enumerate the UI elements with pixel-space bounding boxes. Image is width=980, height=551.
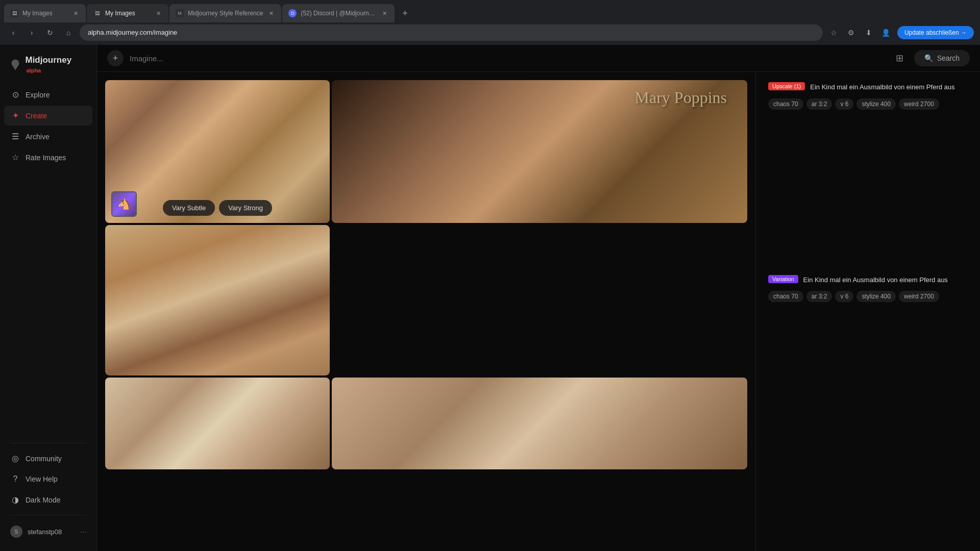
param-ar: ar 3:2 [806, 98, 832, 110]
tab-1-favicon: 🖼 [10, 9, 18, 17]
forward-button[interactable]: › [24, 26, 39, 40]
tab-3-close[interactable]: ✕ [267, 9, 275, 17]
param-v-2: v 6 [835, 291, 853, 302]
tab-4[interactable]: D (52) Discord | @Midjourney Bot ✕ [282, 4, 395, 22]
home-button[interactable]: ⌂ [61, 26, 76, 40]
explore-icon: ⊙ [10, 90, 20, 99]
prompt-section-2: Variation Ein Kind mal ein Ausmalbild vo… [768, 275, 968, 303]
address-bar-row: ‹ › ↻ ⌂ alpha.midjourney.com/imagine ☆ ⚙… [0, 22, 980, 45]
vary-strong-button[interactable]: Vary Strong [219, 200, 272, 216]
image-row-1: 🐴 Vary Subtle Vary Strong Mary Poppins [105, 80, 747, 223]
back-button[interactable]: ‹ [6, 26, 20, 40]
sidebar-item-dark-mode[interactable]: ◑ Dark Mode [4, 490, 92, 510]
sidebar-bottom: ◎ Community ? View Help ◑ Dark Mode S st… [0, 439, 96, 543]
download-icon[interactable]: ⬇ [862, 26, 876, 40]
sidebar-archive-label: Archive [26, 133, 50, 141]
address-bar[interactable]: alpha.midjourney.com/imagine [80, 24, 823, 41]
vary-subtle-button[interactable]: Vary Subtle [163, 200, 215, 216]
top-bar: + ⊞ 🔍 Search [97, 45, 980, 72]
tab-4-close[interactable]: ✕ [380, 9, 388, 17]
tab-1-close[interactable]: ✕ [71, 9, 80, 17]
bookmark-icon[interactable]: ☆ [827, 26, 841, 40]
param-weird: weird 2700 [899, 98, 939, 110]
sidebar-nav: ⊙ Explore ✦ Create ☰ Archive ☆ Rate Imag… [0, 85, 96, 262]
params-row-1: chaos 70 ar 3:2 v 6 stylize 400 weird 27… [768, 98, 968, 110]
sidebar-community-label: Community [26, 455, 62, 463]
image-card-bottom-left[interactable] [105, 378, 330, 469]
profile-icon[interactable]: 👤 [879, 26, 893, 40]
sidebar-item-archive[interactable]: ☰ Archive [4, 127, 92, 146]
image-row-3 [105, 378, 747, 469]
browser-chrome: 🖼 My Images ✕ 🖼 My Images ✕ M Midjourney… [0, 0, 980, 45]
tab-3-favicon: M [176, 9, 184, 17]
tab-4-title: (52) Discord | @Midjourney Bot [301, 10, 376, 17]
param-v: v 6 [835, 98, 853, 110]
user-name: stefanstp08 [28, 528, 75, 536]
imagine-input[interactable] [130, 54, 886, 63]
sidebar-divider [10, 443, 86, 443]
update-button[interactable]: Update abschließen → [897, 26, 974, 39]
sidebar-help-label: View Help [26, 475, 58, 483]
param-stylize: stylize 400 [856, 98, 896, 110]
prompt-text-1: Ein Kind mal ein Ausmalbild von einem Pf… [810, 82, 968, 92]
param-ar-2: ar 3:2 [806, 291, 832, 302]
extensions-icon[interactable]: ⚙ [844, 26, 859, 40]
param-chaos: chaos 70 [768, 98, 803, 110]
tab-2-title: My Images [105, 10, 150, 17]
prompt-header-1: Upscale (1) Ein Kind mal ein Ausmalbild … [768, 82, 968, 92]
search-button[interactable]: 🔍 Search [914, 50, 970, 66]
param-weird-2: weird 2700 [899, 291, 939, 302]
tab-4-favicon: D [288, 9, 297, 17]
right-panel: Upscale (1) Ein Kind mal ein Ausmalbild … [755, 72, 980, 551]
logo-icon [8, 58, 22, 72]
rate-images-icon: ☆ [10, 153, 20, 162]
tab-2[interactable]: 🖼 My Images ✕ [87, 4, 168, 22]
image-grid: 🐴 Vary Subtle Vary Strong Mary Poppins [97, 72, 755, 551]
toolbar-icons: ☆ ⚙ ⬇ 👤 [827, 26, 893, 40]
tab-3[interactable]: M Midjourney Style Reference ✕ [169, 4, 281, 22]
mary-poppins-text: Mary Poppins [635, 88, 727, 107]
sidebar-item-explore[interactable]: ⊙ Explore [4, 85, 92, 105]
main-content: 🐴 Vary Subtle Vary Strong Mary Poppins [97, 72, 980, 551]
dark-mode-icon: ◑ [10, 495, 20, 505]
logo-area: Midjourney alpha [0, 53, 96, 85]
prompt-section-1: Upscale (1) Ein Kind mal ein Ausmalbild … [768, 82, 968, 110]
search-icon: 🔍 [924, 54, 933, 62]
image-card-mary-poppins[interactable]: Mary Poppins [332, 80, 747, 223]
imagine-input-area [130, 54, 886, 63]
sidebar-item-create[interactable]: ✦ Create [4, 106, 92, 126]
community-icon: ◎ [10, 454, 20, 463]
sidebar-item-view-help[interactable]: ? View Help [4, 469, 92, 489]
sidebar-dark-mode-label: Dark Mode [26, 496, 60, 504]
thumb-horse-icon: 🐴 [112, 192, 136, 216]
source-thumbnail: 🐴 [111, 191, 137, 217]
user-more-icon[interactable]: ··· [80, 528, 86, 536]
app-body: + ⊞ 🔍 Search 🐴 [97, 45, 980, 551]
tab-1[interactable]: 🖼 My Images ✕ [4, 4, 86, 22]
sidebar: Midjourney alpha ⊙ Explore ✦ Create ☰ Ar… [0, 45, 97, 551]
reload-button[interactable]: ↻ [43, 26, 57, 40]
app-container: Midjourney alpha ⊙ Explore ✦ Create ☰ Ar… [0, 45, 980, 551]
user-row[interactable]: S stefanstp08 ··· [4, 520, 92, 543]
create-icon: ✦ [10, 111, 20, 120]
user-avatar: S [10, 525, 22, 538]
sidebar-item-rate-images[interactable]: ☆ Rate Images [4, 147, 92, 167]
sidebar-rate-label: Rate Images [26, 154, 66, 162]
params-row-2: chaos 70 ar 3:2 v 6 stylize 400 weird 27… [768, 291, 968, 302]
new-tab-button[interactable]: + [398, 6, 412, 20]
image-card-bottom-right[interactable] [332, 378, 747, 469]
upscale-badge: Upscale (1) [768, 82, 805, 90]
tab-1-title: My Images [22, 10, 67, 17]
search-label: Search [937, 54, 960, 62]
image-card-girl-horse[interactable]: 🐴 Vary Subtle Vary Strong [105, 80, 330, 223]
sidebar-create-label: Create [26, 112, 47, 120]
sidebar-item-community[interactable]: ◎ Community [4, 448, 92, 468]
new-prompt-button[interactable]: + [107, 50, 124, 66]
vary-buttons-overlay: Vary Subtle Vary Strong [163, 200, 272, 216]
tab-2-favicon: 🖼 [93, 9, 101, 17]
image-card-girl-drawing-large[interactable] [105, 225, 330, 375]
sidebar-divider-2 [10, 515, 86, 515]
tab-2-close[interactable]: ✕ [154, 9, 162, 17]
filter-button[interactable]: ⊞ [892, 50, 908, 66]
param-chaos-2: chaos 70 [768, 291, 803, 302]
